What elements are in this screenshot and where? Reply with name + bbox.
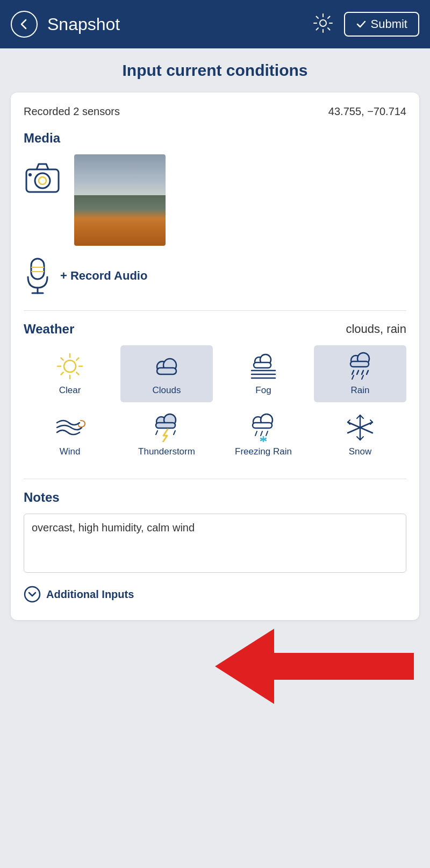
svg-point-12 [28,173,32,176]
weather-label-clear: Clear [59,385,81,396]
record-audio-button[interactable]: + Record Audio [24,257,406,295]
svg-line-5 [316,17,318,19]
additional-inputs-label: Additional Inputs [46,588,134,601]
media-section-title: Media [24,131,406,146]
svg-line-43 [352,375,354,379]
gear-icon[interactable] [313,13,333,35]
weather-label-wind: Wind [60,446,81,457]
svg-line-39 [352,371,354,374]
divider-weather-notes [24,479,406,479]
sensors-text: Recorded 2 sensors [24,105,120,118]
page-heading: Input current conditions [123,61,308,80]
svg-line-54 [261,431,262,436]
svg-line-48 [156,431,157,435]
weather-header-row: Weather clouds, rain [24,322,406,337]
coordinates-text: 43.755, −70.714 [328,105,406,118]
weather-item-clouds[interactable]: Clouds [120,345,213,402]
svg-line-41 [362,371,363,374]
submit-button[interactable]: Submit [344,12,419,37]
weather-item-freezing-rain[interactable]: Freezing Rain [217,407,310,464]
svg-line-6 [328,28,330,30]
svg-line-8 [316,28,318,30]
weather-label-thunderstorm: Thunderstorm [138,446,195,457]
page-body: Input current conditions Recorded 2 sens… [0,48,430,725]
svg-line-25 [76,358,78,360]
weather-grid: Clear Clouds [24,345,406,464]
arrow-shaft [274,653,414,680]
svg-rect-13 [31,259,44,279]
svg-rect-32 [254,362,271,368]
header-title: Snapshot [47,15,313,34]
arrow-indicator [11,629,419,704]
weather-label-freezing-rain: Freezing Rain [235,446,292,457]
back-button[interactable] [11,11,38,38]
record-audio-label: + Record Audio [60,269,147,283]
svg-line-7 [328,17,330,19]
svg-line-23 [61,358,63,360]
svg-line-26 [61,372,63,374]
svg-line-53 [255,431,257,436]
weather-label-fog: Fog [255,385,271,396]
svg-line-24 [76,372,78,374]
weather-label-snow: Snow [349,446,372,457]
svg-point-0 [320,20,326,26]
weather-status: clouds, rain [346,322,406,336]
svg-rect-47 [156,423,175,428]
photo-image [74,154,166,246]
svg-line-55 [266,431,268,436]
chevron-down-circle-icon [24,586,41,603]
main-card: Recorded 2 sensors 43.755, −70.714 Media [11,93,419,620]
svg-line-49 [174,431,175,435]
weather-item-thunderstorm[interactable]: Thunderstorm [120,407,213,464]
weather-item-wind[interactable]: Wind [24,407,116,464]
camera-button[interactable] [24,154,61,195]
notes-textarea[interactable] [24,514,406,573]
svg-point-10 [35,173,50,188]
svg-rect-29 [157,368,176,374]
weather-label-clouds: Clouds [153,385,181,396]
weather-item-snow[interactable]: Snow [314,407,406,464]
header: Snapshot Submit [0,0,430,48]
svg-line-40 [357,371,359,374]
weather-item-clear[interactable]: Clear [24,345,116,402]
weather-section-title: Weather [24,322,74,337]
additional-inputs-row[interactable]: Additional Inputs [24,586,406,603]
svg-point-70 [25,587,40,602]
photo-thumbnail[interactable] [74,154,166,246]
media-row [24,154,406,246]
svg-line-44 [362,375,363,379]
svg-point-18 [64,360,76,372]
weather-item-fog[interactable]: Fog [217,345,310,402]
divider-media-weather [24,310,406,311]
svg-rect-38 [350,361,369,367]
svg-point-11 [39,177,46,184]
weather-item-rain[interactable]: Rain [314,345,406,402]
notes-section-title: Notes [24,490,406,505]
svg-line-42 [367,371,368,374]
arrow-head [215,629,274,704]
sensors-row: Recorded 2 sensors 43.755, −70.714 [24,105,406,118]
svg-rect-52 [253,423,272,428]
weather-label-rain: Rain [351,385,370,396]
